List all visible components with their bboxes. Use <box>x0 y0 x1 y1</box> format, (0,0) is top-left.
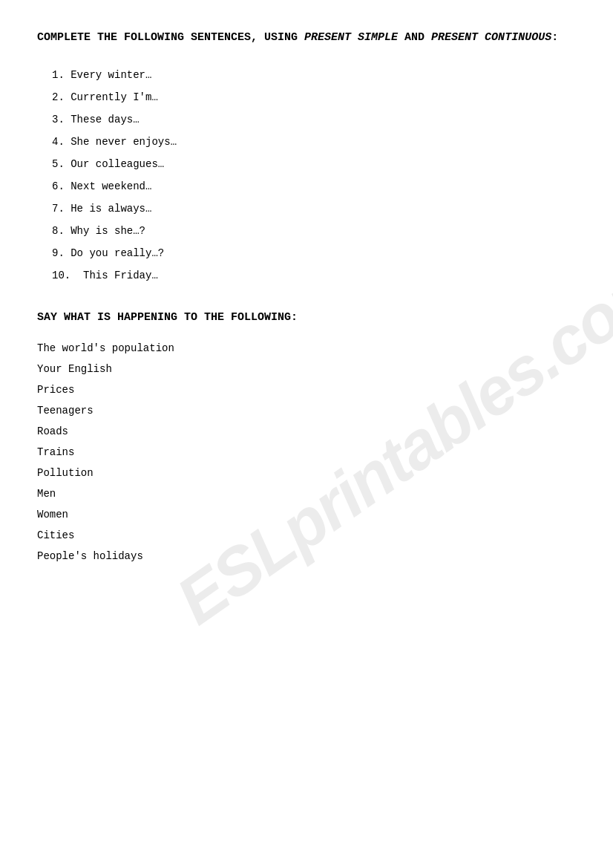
sentence-item: 5. Our colleagues… <box>52 158 576 170</box>
section2-title: SAY WHAT IS HAPPENING TO THE FOLLOWING: <box>37 311 576 324</box>
list-item: People's holidays <box>37 550 576 562</box>
list-item: Prices <box>37 384 576 396</box>
sentence-item: 2. Currently I'm… <box>52 91 576 103</box>
title-part3: : <box>551 31 558 44</box>
sentence-item: 6. Next weekend… <box>52 180 576 192</box>
sentence-item: 8. Why is she…? <box>52 225 576 237</box>
sentence-list: 1. Every winter…2. Currently I'm…3. Thes… <box>37 69 576 281</box>
title-italic1: PRESENT SIMPLE <box>304 31 398 44</box>
list-item: Roads <box>37 425 576 437</box>
items-list: The world's populationYour EnglishPrices… <box>37 342 576 562</box>
page-title: COMPLETE THE FOLLOWING SENTENCES, USING … <box>37 30 576 47</box>
sentence-item: 7. He is always… <box>52 203 576 215</box>
title-part1: COMPLETE THE FOLLOWING SENTENCES, USING <box>37 31 304 44</box>
list-item: Pollution <box>37 467 576 479</box>
list-item: Teenagers <box>37 405 576 417</box>
sentence-item: 4. She never enjoys… <box>52 136 576 148</box>
sentence-item: 9. Do you really…? <box>52 247 576 259</box>
sentence-item: 3. These days… <box>52 114 576 125</box>
list-item: Men <box>37 488 576 500</box>
sentence-item: 10. This Friday… <box>52 270 576 281</box>
list-item: Women <box>37 509 576 521</box>
list-item: Trains <box>37 446 576 458</box>
list-item: Cities <box>37 529 576 541</box>
title-italic2: PRESENT CONTINUOUS <box>431 31 551 44</box>
list-item: Your English <box>37 363 576 375</box>
list-item: The world's population <box>37 342 576 354</box>
sentence-item: 1. Every winter… <box>52 69 576 81</box>
title-part2: AND <box>398 31 431 44</box>
